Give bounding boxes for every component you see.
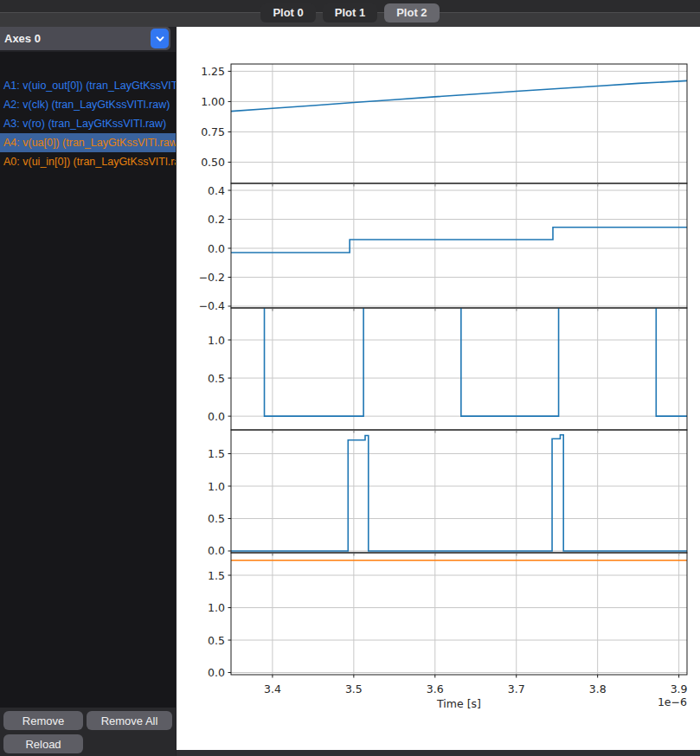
plot-tabs: Plot 0 Plot 1 Plot 2 <box>0 3 700 22</box>
svg-text:0.75: 0.75 <box>201 125 225 138</box>
svg-text:1.5: 1.5 <box>208 569 225 582</box>
tab-plot-2[interactable]: Plot 2 <box>384 3 439 22</box>
sidebar-button-strip: Remove Remove All Reload <box>0 708 176 756</box>
svg-text:3.8: 3.8 <box>589 682 607 695</box>
signal-item-a1[interactable]: A1: v(uio_out[0]) (tran_LayGtKssVITl.raw… <box>0 76 176 95</box>
svg-text:1e−6: 1e−6 <box>658 695 687 708</box>
axes-selector-dropdown-button[interactable] <box>151 29 169 48</box>
tab-plot-0[interactable]: Plot 0 <box>260 3 315 22</box>
svg-text:Time [s]: Time [s] <box>436 697 481 710</box>
svg-text:1.0: 1.0 <box>208 601 225 614</box>
svg-text:3.7: 3.7 <box>508 682 525 695</box>
svg-text:0.4: 0.4 <box>208 184 225 197</box>
signal-item-a2[interactable]: A2: v(clk) (tran_LayGtKssVITl.raw) <box>0 95 176 114</box>
svg-text:0.0: 0.0 <box>208 666 225 679</box>
remove-all-button[interactable]: Remove All <box>87 711 172 730</box>
plot-canvas: 1.251.000.750.500.40.20.0−0.2−0.41.00.50… <box>177 27 700 750</box>
remove-button[interactable]: Remove <box>3 711 83 730</box>
axes-selector-value: Axes 0 <box>4 27 41 50</box>
tab-bar: Plot 0 Plot 1 Plot 2 <box>0 0 700 27</box>
svg-text:3.5: 3.5 <box>345 682 363 695</box>
signal-item-a0[interactable]: A0: v(ui_in[0]) (tran_LayGtKssVITl.raw) <box>0 152 176 171</box>
signal-item-a4[interactable]: A4: v(ua[0]) (tran_LayGtKssVITl.raw) <box>0 133 176 152</box>
svg-text:1.0: 1.0 <box>208 480 225 493</box>
svg-text:0.0: 0.0 <box>208 410 225 423</box>
reload-button[interactable]: Reload <box>3 734 83 753</box>
signal-list: A1: v(uio_out[0]) (tran_LayGtKssVITl.raw… <box>0 52 176 708</box>
svg-text:0.5: 0.5 <box>208 512 225 525</box>
svg-text:1.5: 1.5 <box>208 447 225 460</box>
svg-text:3.4: 3.4 <box>264 682 281 695</box>
tab-plot-1[interactable]: Plot 1 <box>323 3 377 22</box>
svg-text:−0.2: −0.2 <box>199 271 225 284</box>
figure-canvas: 1.251.000.750.500.40.20.0−0.2−0.41.00.50… <box>177 27 699 749</box>
svg-text:3.6: 3.6 <box>427 682 444 695</box>
signal-item-a3[interactable]: A3: v(ro) (tran_LayGtKssVITl.raw) <box>0 114 176 133</box>
axes-selector[interactable]: Axes 0 <box>0 27 170 50</box>
svg-text:0.50: 0.50 <box>201 156 225 169</box>
svg-text:0.0: 0.0 <box>208 242 225 255</box>
svg-text:1.25: 1.25 <box>201 65 225 78</box>
bottom-strip <box>177 750 700 756</box>
svg-text:−0.4: −0.4 <box>199 299 225 312</box>
svg-text:0.5: 0.5 <box>208 634 225 647</box>
svg-text:1.00: 1.00 <box>201 95 225 108</box>
svg-text:1.0: 1.0 <box>208 334 225 347</box>
svg-text:3.9: 3.9 <box>671 682 688 695</box>
waveform-viewer-window: Plot 0 Plot 1 Plot 2 Axes 0 A1: v(uio_ou… <box>0 0 700 756</box>
svg-text:0.0: 0.0 <box>208 544 225 557</box>
chevron-down-icon <box>155 34 165 44</box>
sidebar: Axes 0 A1: v(uio_out[0]) (tran_LayGtKssV… <box>0 27 176 756</box>
svg-text:0.5: 0.5 <box>208 372 225 385</box>
svg-text:0.2: 0.2 <box>208 213 225 226</box>
